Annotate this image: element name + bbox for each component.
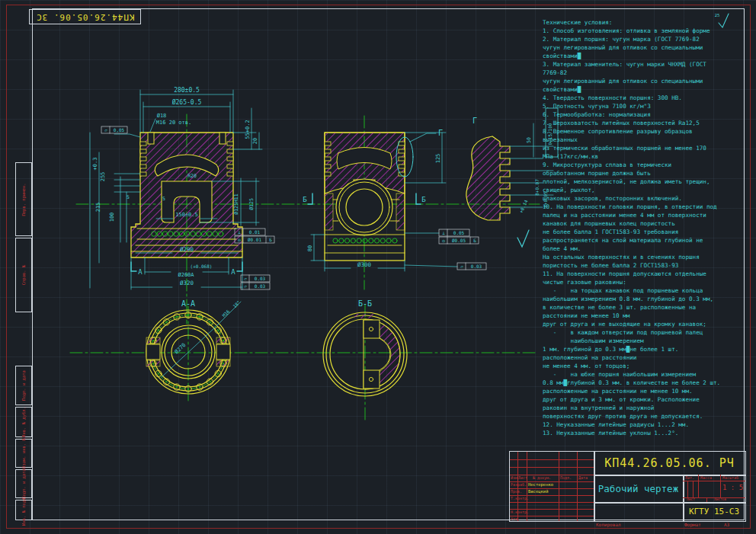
section-b-mark-1: Б <box>303 196 306 203</box>
title-block: КП44.26.05.06. РЧ Рабочий чертеж 1 : 5 К… <box>509 451 746 522</box>
dim-270: Ø270 <box>174 342 187 355</box>
header-izm: Изм <box>511 475 517 480</box>
dim-8b: 8+0.05 <box>543 191 548 208</box>
dim-20: 20 <box>252 138 258 144</box>
header-lit: Лит. <box>685 475 694 480</box>
svg-text:0.05: 0.05 <box>453 230 465 235</box>
dim-215: 215 <box>95 203 101 213</box>
dim-260: Ø260А <box>178 272 194 278</box>
dim-r20: R20 <box>187 173 197 179</box>
corner-roughness-value: 25 <box>715 13 720 18</box>
svg-text:0.01: 0.01 <box>249 229 261 235</box>
dim-55: 55+0.2 <box>245 120 251 139</box>
dim-280: 280±0.5 <box>174 87 200 94</box>
svg-text:0.03: 0.03 <box>255 276 266 281</box>
svg-text:◎: ◎ <box>238 237 241 242</box>
svg-text:⟂: ⟂ <box>442 230 445 235</box>
header-docnum: № докум. <box>533 475 551 480</box>
section-bb-label: Б-Б <box>358 299 372 308</box>
section-a-mark-1: А <box>138 268 143 276</box>
footer-format-value: А3 <box>724 522 729 527</box>
svg-text:0.03: 0.03 <box>471 264 482 269</box>
dim-plus03: +0.3 <box>92 158 98 171</box>
dim-m16: М16 20 отв. <box>156 120 191 126</box>
dim-tol260: (+0.068) <box>191 264 213 269</box>
dim-125h11: Ø125Н11 <box>233 193 239 214</box>
section-aa-label: А-А <box>181 299 195 308</box>
section-b-mark-2: Б <box>421 196 425 203</box>
general-roughness-icon <box>719 14 729 27</box>
svg-text:Б: Б <box>473 238 476 243</box>
svg-text:0.03: 0.03 <box>255 283 266 289</box>
svg-text:◎: ◎ <box>442 238 445 243</box>
dim-300: Ø300 <box>357 261 372 268</box>
row-nkontr: Н.контр. <box>511 510 529 514</box>
dim-ang-a: М16 <box>221 309 231 318</box>
row-utv: Утв. <box>511 516 520 521</box>
dim-50: 50 <box>526 137 532 143</box>
scale-value: 1 : 5 <box>720 482 745 493</box>
svg-text:▱: ▱ <box>244 276 247 281</box>
header-list: Лист <box>518 475 527 480</box>
detail-ref-label: Г <box>438 129 443 137</box>
header-data: Дата <box>578 475 588 480</box>
svg-text:⟂: ⟂ <box>238 229 241 235</box>
svg-text:Ø0.01: Ø0.01 <box>248 237 261 242</box>
dim-18: Ø18 <box>157 113 167 119</box>
detail-g-label: Г <box>472 117 477 125</box>
header-mashtab: Масштаб <box>722 475 738 480</box>
flatness-symbol: ▱ <box>104 127 107 133</box>
roughness-mark <box>517 230 529 247</box>
row-razrab: Разраб. <box>511 482 527 487</box>
dim-5a: 5 <box>127 194 130 200</box>
left-section-view <box>131 133 242 257</box>
document-number: КП44.26.05.06. РЧ <box>594 452 745 475</box>
header-podp: Подп. <box>560 475 572 480</box>
svg-text:Ø0.05: Ø0.05 <box>452 238 466 243</box>
footer-format: Формат <box>684 522 701 527</box>
name-prov: Васецкий <box>528 489 549 494</box>
header-massa: Масса <box>700 475 712 480</box>
document-title: Рабочий чертеж <box>594 475 683 502</box>
dim-150: 150±0.5 <box>175 212 198 218</box>
cad-sheet: КП44.26.05.06. ЗС Перв. примен. Справ. №… <box>0 0 756 534</box>
dim-125v: 125 <box>435 154 441 164</box>
dim-320: Ø320 <box>180 280 194 286</box>
dim-290: Ø290 <box>180 246 194 253</box>
flatness-value: 0,05 <box>114 127 125 133</box>
dim-265: Ø265-0.5 <box>172 98 202 106</box>
footer-kopiroval: Копировал <box>596 522 621 527</box>
dim-5b: 5 <box>162 196 165 202</box>
organization: КГТУ 15-СЗ <box>683 502 745 521</box>
header-listov: Листов <box>714 497 726 501</box>
dim-plus014: +0.14 <box>518 199 529 214</box>
row-tkontr: Т.контр. <box>511 496 529 500</box>
svg-text:▱: ▱ <box>244 283 247 289</box>
dim-80: 80 <box>307 245 313 251</box>
section-a-mark-2: А <box>231 268 235 276</box>
dim-255: 255 <box>100 172 106 182</box>
name-razrab: Нестеренко <box>528 482 553 487</box>
dim-100: 100 <box>109 213 115 222</box>
dim-125b: Ø125 <box>248 198 255 210</box>
row-prov: Пров. <box>511 489 522 494</box>
slope-tolerance-value: 0.15/100 <box>547 123 553 145</box>
dim-8a: 8+0.07 <box>534 179 540 196</box>
dim-ang-b: 18° <box>232 299 242 309</box>
middle-side-view <box>325 133 436 261</box>
svg-text:▱: ▱ <box>460 264 463 269</box>
detail-g-view <box>466 108 558 247</box>
svg-text:Б: Б <box>269 237 272 242</box>
header-list2: Лист <box>687 497 695 501</box>
